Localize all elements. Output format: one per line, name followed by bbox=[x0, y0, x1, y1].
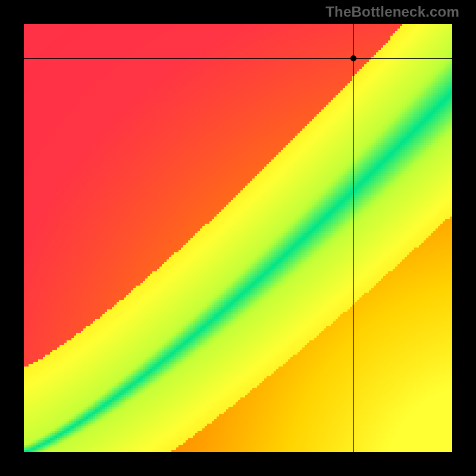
crosshair-vertical bbox=[353, 24, 354, 452]
crosshair-marker bbox=[350, 55, 356, 61]
heatmap-canvas bbox=[24, 24, 452, 452]
plot-area bbox=[24, 24, 452, 452]
crosshair-horizontal bbox=[24, 58, 452, 59]
watermark-text: TheBottleneck.com bbox=[325, 4, 459, 20]
frame: TheBottleneck.com bbox=[0, 0, 476, 476]
